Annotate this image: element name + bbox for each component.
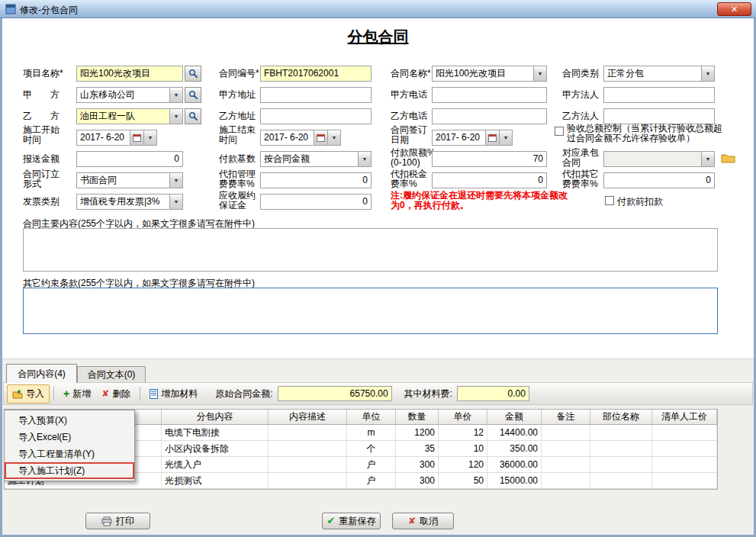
other-fee-rate-input[interactable]: 0 bbox=[603, 172, 715, 188]
tax-fee-rate-label: 代扣税金 费率% bbox=[391, 169, 427, 189]
dropdown-button[interactable]: ▼ bbox=[327, 130, 340, 145]
tax-fee-rate-input[interactable]: 0 bbox=[432, 172, 547, 188]
column-header[interactable]: 部位名称 bbox=[590, 410, 652, 424]
party-b-legal-input[interactable] bbox=[603, 108, 715, 124]
acceptance-total-checkbox[interactable] bbox=[555, 127, 564, 136]
calendar-button[interactable] bbox=[314, 130, 327, 145]
cell: 1200 bbox=[396, 425, 439, 440]
cancel-x-icon: ✘ bbox=[408, 516, 416, 526]
party-b-select[interactable]: 油田工程一队 ▼ bbox=[76, 108, 183, 124]
column-header[interactable]: 分包内容 bbox=[162, 410, 269, 424]
column-header[interactable]: 清单人工价 bbox=[652, 410, 717, 424]
original-amount-field[interactable]: 65750.00 bbox=[278, 386, 392, 401]
party-b-addr-input[interactable] bbox=[260, 108, 372, 124]
menu-item-import-boq[interactable]: 导入工程量清单(Y) bbox=[5, 445, 134, 462]
pre-pay-deduct-checkbox[interactable] bbox=[605, 196, 614, 205]
contract-name-label: 合同名称* bbox=[391, 69, 431, 79]
dropdown-button[interactable]: ▼ bbox=[169, 109, 182, 124]
contract-name-select[interactable]: 阳光100光改项目 ▼ bbox=[432, 66, 547, 82]
tab-contract-text[interactable]: 合同文本(0) bbox=[77, 366, 146, 383]
contract-form-select[interactable]: 书面合同 ▼ bbox=[76, 172, 183, 188]
other-terms-textarea[interactable] bbox=[23, 288, 718, 334]
project-name-input[interactable]: 阳光100光改项目 bbox=[76, 66, 183, 82]
cell bbox=[542, 457, 590, 472]
column-header[interactable]: 数量 bbox=[396, 410, 439, 424]
dropdown-button[interactable]: ▼ bbox=[533, 66, 546, 81]
end-date-picker[interactable]: 2017- 6-20 ▼ bbox=[260, 130, 341, 146]
calendar-icon bbox=[133, 133, 141, 142]
material-fee-field[interactable]: 0.00 bbox=[457, 386, 529, 401]
report-amount-label: 报送金额 bbox=[23, 154, 60, 164]
contract-no-input[interactable]: FBHT2017062001 bbox=[260, 66, 372, 82]
pay-limit-input[interactable]: 70 bbox=[432, 151, 547, 167]
party-a-lookup-button[interactable] bbox=[185, 87, 201, 103]
invoice-type-select[interactable]: 增值税专用发票|3% ▼ bbox=[76, 194, 183, 210]
end-date-label: 施工结束 时间 bbox=[219, 125, 256, 145]
report-amount-input[interactable]: 0 bbox=[76, 151, 183, 167]
column-header[interactable]: 金额 bbox=[487, 410, 542, 424]
add-material-button[interactable]: 增加材料 bbox=[144, 384, 203, 404]
party-a-addr-input[interactable] bbox=[260, 87, 372, 103]
close-button[interactable]: ✕ bbox=[717, 2, 751, 16]
dropdown-button[interactable]: ▼ bbox=[143, 130, 156, 145]
column-header[interactable]: 单位 bbox=[347, 410, 396, 424]
party-b-lookup-button[interactable] bbox=[185, 108, 201, 124]
sign-date-picker[interactable]: 2017- 6-20 ▼ bbox=[432, 130, 513, 146]
parent-contract-select[interactable]: ▼ bbox=[603, 151, 715, 167]
save-button[interactable]: ✔ 重新保存 bbox=[322, 513, 381, 529]
party-b-tel-input[interactable] bbox=[432, 108, 547, 124]
pay-base-select[interactable]: 按合同金额 ▼ bbox=[260, 151, 372, 167]
cell bbox=[269, 425, 347, 440]
menu-item-import-construction-plan[interactable]: 导入施工计划(Z) bbox=[5, 462, 134, 479]
party-a-tel-input[interactable] bbox=[432, 87, 547, 103]
tab-contract-content[interactable]: 合同内容(4) bbox=[6, 364, 77, 383]
contract-type-select[interactable]: 正常分包 ▼ bbox=[603, 66, 715, 82]
party-b-addr-label: 乙方地址 bbox=[219, 111, 256, 121]
chevron-down-icon: ▼ bbox=[174, 178, 179, 183]
main-content-textarea[interactable] bbox=[23, 228, 718, 272]
column-header[interactable]: 内容描述 bbox=[269, 410, 347, 424]
dropdown-button[interactable]: ▼ bbox=[701, 66, 714, 81]
column-header[interactable]: 备注 bbox=[542, 410, 590, 424]
import-button[interactable]: 导入 bbox=[7, 384, 50, 404]
calendar-icon bbox=[317, 133, 325, 142]
menu-item-import-budget[interactable]: 导入预算(X) bbox=[5, 412, 134, 429]
delete-row-button[interactable]: ✘ 删除 bbox=[96, 384, 136, 404]
material-fee-label: 其中材料费: bbox=[404, 387, 452, 400]
cancel-button[interactable]: ✘ 取消 bbox=[392, 513, 454, 529]
dropdown-button[interactable]: ▼ bbox=[499, 130, 512, 145]
start-date-picker[interactable]: 2017- 6-20 ▼ bbox=[76, 130, 157, 146]
party-a-select[interactable]: 山东移动公司 ▼ bbox=[76, 87, 183, 103]
cell: 35 bbox=[396, 441, 439, 456]
party-b-value: 油田工程一队 bbox=[80, 109, 167, 124]
cell bbox=[590, 473, 652, 488]
menu-item-import-excel[interactable]: 导入Excel(E) bbox=[5, 429, 134, 445]
project-lookup-button[interactable] bbox=[185, 66, 201, 82]
dropdown-button[interactable]: ▼ bbox=[169, 195, 182, 209]
close-icon: ✕ bbox=[731, 5, 738, 14]
deposit-note: 注:履约保证金在退还时需要先将本项金额改为0，再执行付款。 bbox=[391, 191, 568, 211]
dropdown-button[interactable]: ▼ bbox=[358, 152, 371, 166]
titlebar[interactable]: 修改-分包合同 ✕ bbox=[0, 0, 756, 18]
cell bbox=[542, 441, 590, 456]
import-label: 导入 bbox=[26, 387, 44, 400]
calendar-button[interactable] bbox=[485, 130, 499, 145]
start-date-value: 2017- 6-20 bbox=[80, 130, 127, 145]
deposit-input[interactable]: 0 bbox=[260, 194, 372, 210]
browse-folder-button[interactable] bbox=[718, 150, 738, 166]
party-b-tel-label: 乙方电话 bbox=[391, 111, 427, 121]
add-row-button[interactable]: + 新增 bbox=[58, 384, 96, 404]
cell bbox=[652, 473, 717, 488]
dropdown-button[interactable]: ▼ bbox=[701, 152, 714, 166]
cell: 户 bbox=[347, 457, 396, 472]
dropdown-button[interactable]: ▼ bbox=[169, 173, 182, 188]
mgmt-fee-rate-input[interactable]: 0 bbox=[260, 172, 372, 188]
cell bbox=[652, 441, 717, 456]
print-button[interactable]: 打印 bbox=[85, 513, 150, 529]
toolbar-separator bbox=[53, 387, 54, 400]
calendar-button[interactable] bbox=[130, 130, 143, 145]
party-a-legal-input[interactable] bbox=[603, 87, 715, 103]
dropdown-button[interactable]: ▼ bbox=[169, 88, 182, 102]
column-header[interactable]: 单价 bbox=[439, 410, 487, 424]
app-icon bbox=[5, 4, 16, 14]
